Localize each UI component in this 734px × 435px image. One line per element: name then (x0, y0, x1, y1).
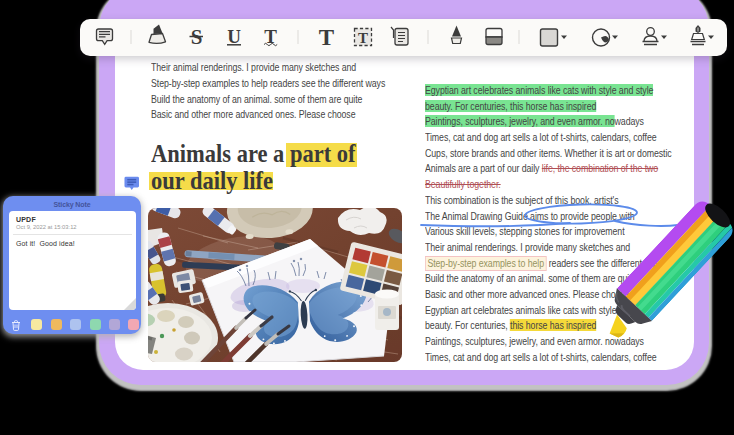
svg-text:T: T (358, 30, 368, 46)
svg-text:U: U (227, 26, 241, 47)
svg-text:T: T (319, 25, 334, 50)
